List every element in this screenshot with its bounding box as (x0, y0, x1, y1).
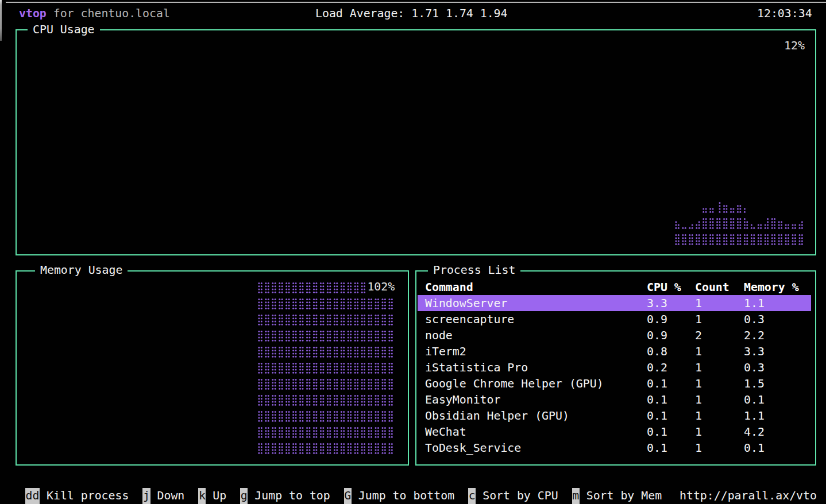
shortcut-key[interactable]: g (240, 488, 248, 504)
shortcut-key[interactable]: dd (25, 488, 40, 504)
cell-cpu-percent: 0.1 (647, 376, 667, 392)
hostname-label: for chentuo.local (47, 7, 170, 20)
cell-command: EasyMonitor (425, 392, 500, 408)
cell-cpu-percent: 0.8 (647, 344, 667, 360)
cell-command: iTerm2 (425, 344, 466, 360)
cell-count: 1 (695, 296, 702, 312)
shortcut-key[interactable]: k (198, 488, 206, 504)
table-row[interactable]: iStatistica Pro 0.2 1 0.3 (0, 360, 826, 376)
cell-cpu-percent: 0.1 (647, 440, 667, 456)
cell-memory-percent: 0.3 (744, 312, 765, 328)
cell-count: 2 (695, 328, 702, 344)
shortcut: c Sort by CPU (468, 488, 558, 504)
cell-memory-percent: 1.5 (744, 376, 765, 392)
column-header-count[interactable]: Count (695, 280, 729, 296)
shortcut: m Sort by Mem (572, 488, 662, 504)
cell-count: 1 (695, 440, 702, 456)
cell-cpu-percent: 0.2 (647, 360, 667, 376)
cpu-percent-label: 12% (784, 38, 805, 54)
process-panel-title: Process List (428, 262, 520, 278)
cell-command: iStatistica Pro (425, 360, 528, 376)
cell-count: 1 (695, 408, 702, 424)
shortcut-key[interactable]: G (344, 488, 352, 504)
app-logo: vtop (19, 7, 47, 20)
shortcut-key[interactable]: m (572, 488, 580, 504)
column-header-command[interactable]: Command (425, 280, 473, 296)
shortcut: g Jump to top (240, 488, 330, 504)
cpu-panel-title: CPU Usage (28, 22, 100, 38)
cell-memory-percent: 1.1 (744, 296, 765, 312)
cell-command: Obsidian Helper (GPU) (425, 408, 569, 424)
table-row[interactable]: iTerm2 0.8 1 3.3 (0, 344, 826, 360)
shortcut: j Down (142, 488, 184, 504)
footer-url-link[interactable]: http://parall.ax/vto (680, 488, 817, 504)
window-top-divider (6, 2, 826, 3)
load-average-label: Load Average: 1.71 1.74 1.94 (315, 6, 508, 22)
table-row[interactable]: ToDesk_Service 0.1 1 0.1 (0, 440, 826, 456)
shortcut-bar: dd Kill process j Down k Up g Jump to to… (25, 488, 662, 504)
shortcut: G Jump to bottom (344, 488, 454, 504)
memory-percent-label: 102% (367, 279, 395, 295)
clock-label: 12:03:34 (757, 6, 812, 22)
table-row[interactable]: screencapture 0.9 1 0.3 (0, 312, 826, 328)
shortcut-label: Jump to top (254, 488, 330, 504)
cell-cpu-percent: 0.1 (647, 408, 667, 424)
cell-memory-percent: 3.3 (744, 344, 765, 360)
titlebar: vtop for chentuo.local (19, 6, 170, 22)
cell-cpu-percent: 0.1 (647, 424, 667, 440)
cell-count: 1 (695, 344, 702, 360)
table-row[interactable]: EasyMonitor 0.1 1 0.1 (0, 392, 826, 408)
table-row[interactable]: Google Chrome Helper (GPU) 0.1 1 1.5 (0, 376, 826, 392)
cell-memory-percent: 1.1 (744, 408, 765, 424)
cell-command: WindowServer (425, 296, 507, 312)
cell-memory-percent: 2.2 (744, 328, 765, 344)
shortcut-label: Sort by Mem (586, 488, 662, 504)
cell-command: screencapture (425, 312, 514, 328)
table-row[interactable]: Obsidian Helper (GPU) 0.1 1 1.1 (0, 408, 826, 424)
cell-count: 1 (695, 360, 702, 376)
cell-command: Google Chrome Helper (GPU) (425, 376, 604, 392)
window-left-edge (0, 0, 2, 41)
shortcut-label: Up (213, 488, 226, 504)
cell-memory-percent: 0.1 (744, 440, 765, 456)
cell-count: 1 (695, 312, 702, 328)
shortcut-label: Jump to bottom (358, 488, 454, 504)
shortcut-label: Kill process (47, 488, 129, 504)
cell-command: node (425, 328, 453, 344)
table-row[interactable]: WindowServer 3.3 1 1.1 (0, 296, 826, 312)
cell-command: ToDesk_Service (425, 440, 521, 456)
shortcut-label: Sort by CPU (483, 488, 558, 504)
shortcut: dd Kill process (25, 488, 129, 504)
column-header-cpu[interactable]: CPU % (647, 280, 681, 296)
cell-count: 1 (695, 376, 702, 392)
memory-panel-title: Memory Usage (35, 262, 128, 278)
cpu-history-chart (672, 199, 808, 251)
cell-memory-percent: 0.1 (744, 392, 765, 408)
vtop-terminal-screen: vtop for chentuo.local Load Average: 1.7… (0, 0, 826, 504)
cell-count: 1 (695, 424, 702, 440)
shortcut-key[interactable]: c (468, 488, 476, 504)
shortcut: k Up (198, 488, 226, 504)
cell-cpu-percent: 0.1 (647, 392, 667, 408)
cell-memory-percent: 0.3 (744, 360, 765, 376)
table-row[interactable]: node 0.9 2 2.2 (0, 328, 826, 344)
table-row[interactable]: WeChat 0.1 1 4.2 (0, 424, 826, 440)
shortcut-key[interactable]: j (142, 488, 150, 504)
column-header-memory[interactable]: Memory % (744, 280, 799, 296)
cell-memory-percent: 4.2 (744, 424, 765, 440)
cell-cpu-percent: 0.9 (647, 328, 667, 344)
shortcut-label: Down (157, 488, 184, 504)
cell-command: WeChat (425, 424, 466, 440)
cell-count: 1 (695, 392, 702, 408)
cell-cpu-percent: 3.3 (647, 296, 667, 312)
cell-cpu-percent: 0.9 (647, 312, 667, 328)
